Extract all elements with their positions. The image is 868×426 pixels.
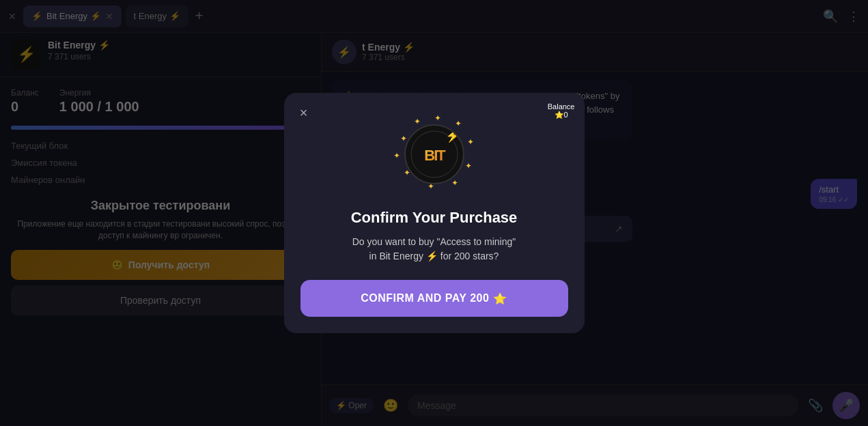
bolt-icon: ⚡ <box>445 128 459 143</box>
purchase-modal: × Balance ⭐0 ✦ ✦ ✦ ✦ ✦ ✦ ✦ ✦ ✦ ✦ <box>284 93 585 333</box>
confirm-pay-button[interactable]: CONFIRM AND PAY 200 ⭐ <box>300 280 568 317</box>
sparkle-2: ✦ <box>434 113 441 123</box>
modal-balance: Balance ⭐0 <box>548 102 575 119</box>
confirm-star-icon: ⭐ <box>493 292 507 305</box>
svg-text:BIT: BIT <box>424 147 446 164</box>
modal-logo: BIT ⚡ <box>404 124 464 184</box>
sparkle-1: ✦ <box>414 117 421 126</box>
modal-close-button[interactable]: × <box>294 102 314 123</box>
modal-logo-container: ✦ ✦ ✦ ✦ ✦ ✦ ✦ ✦ ✦ ✦ BIT <box>393 113 475 195</box>
confirm-pay-label: CONFIRM AND PAY 200 <box>361 292 489 304</box>
sparkle-9: ✦ <box>465 161 472 171</box>
sparkle-5: ✦ <box>393 151 400 160</box>
balance-star-icon: ⭐ <box>555 111 564 119</box>
modal-title: Confirm Your Purchase <box>351 209 518 227</box>
balance-label: Balance <box>548 102 575 111</box>
modal-overlay: × Balance ⭐0 ✦ ✦ ✦ ✦ ✦ ✦ ✦ ✦ ✦ ✦ <box>0 0 868 426</box>
balance-stars: ⭐0 <box>555 111 568 119</box>
sparkle-10: ✦ <box>467 137 474 147</box>
modal-description: Do you want to buy "Access to mining" in… <box>352 235 516 264</box>
